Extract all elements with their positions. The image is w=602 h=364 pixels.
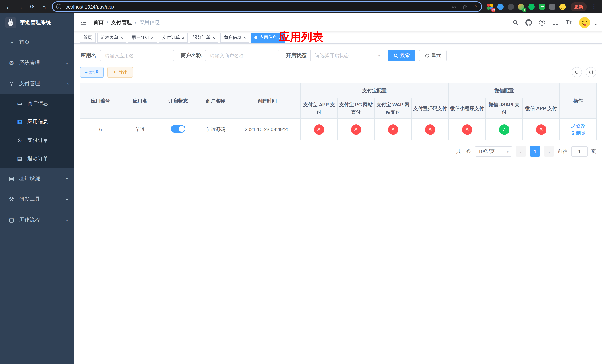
sidebar-item-system[interactable]: ⚙ 系统管理 › bbox=[0, 53, 74, 73]
col-header-action: 操作 bbox=[559, 83, 597, 119]
browser-menu-icon[interactable]: ⋮ bbox=[590, 3, 598, 10]
logo-area[interactable]: 芋道管理系统 bbox=[0, 13, 74, 32]
puzzle-icon bbox=[549, 4, 555, 10]
green-circle-icon bbox=[528, 3, 535, 10]
tab-merchant-info[interactable]: 商户信息 × bbox=[220, 33, 249, 43]
cell-alipay-wap: ✕ bbox=[375, 119, 411, 140]
close-icon[interactable]: × bbox=[279, 35, 281, 40]
tab-payment-order[interactable]: 支付订单 × bbox=[159, 33, 188, 43]
close-icon[interactable]: × bbox=[243, 35, 246, 40]
green-chat-icon bbox=[539, 4, 545, 10]
extension-icon-1[interactable]: 10 bbox=[486, 3, 494, 10]
add-button[interactable]: + 新增 bbox=[80, 67, 104, 78]
sidebar-item-home[interactable]: ◔ 首页 bbox=[0, 32, 74, 53]
breadcrumb-home[interactable]: 首页 bbox=[93, 19, 104, 26]
toggle-search-button[interactable] bbox=[572, 67, 582, 77]
box-icon: ▢ bbox=[8, 217, 15, 223]
page-size-select[interactable]: 10条/页 ▾ bbox=[475, 146, 512, 157]
site-info-icon[interactable]: i bbox=[56, 4, 62, 9]
fullscreen-icon[interactable] bbox=[552, 19, 559, 26]
main-area: 首页 / 支付管理 / 应用信息 ? bbox=[74, 13, 602, 364]
reset-button[interactable]: 重置 bbox=[419, 50, 447, 62]
status-label: 开启状态 bbox=[286, 52, 307, 59]
bankcard-icon: ▭ bbox=[16, 100, 23, 107]
avatar-caret-icon[interactable]: ▾ bbox=[595, 22, 597, 27]
sidebar-item-workflow[interactable]: ▢ 工作流程 › bbox=[0, 210, 74, 230]
dashboard-icon: ◔ bbox=[8, 39, 15, 45]
merchant-name-input[interactable] bbox=[205, 50, 279, 62]
back-icon[interactable]: ← bbox=[4, 2, 13, 11]
close-icon[interactable]: × bbox=[151, 35, 154, 40]
status-select[interactable]: 请选择开启状态 ▾ bbox=[310, 50, 384, 62]
search-button-label: 搜索 bbox=[400, 52, 410, 59]
browser-nav-buttons: ← → ⟳ ⌂ bbox=[4, 2, 49, 11]
payment-submenu: ▭ 商户信息 ▦ 应用信息 ⊙ 支付订单 ▤ 退款订单 bbox=[0, 94, 74, 168]
github-icon[interactable] bbox=[525, 19, 533, 26]
refresh-button[interactable] bbox=[586, 67, 596, 77]
next-page-button[interactable]: › bbox=[544, 146, 554, 157]
close-icon[interactable]: × bbox=[120, 35, 123, 40]
extension-icon-3[interactable] bbox=[507, 3, 514, 10]
breadcrumb-payment[interactable]: 支付管理 bbox=[111, 19, 132, 26]
yen-icon: ¥ bbox=[8, 81, 15, 87]
cell-alipay-qr: ✕ bbox=[411, 119, 449, 140]
status-circle-icon: ✕ bbox=[536, 124, 546, 135]
page-number-button[interactable]: 1 bbox=[530, 146, 540, 157]
extension-icon-6[interactable] bbox=[538, 3, 545, 10]
search-icon[interactable] bbox=[512, 19, 519, 26]
browser-update-button[interactable]: 更新 bbox=[570, 2, 587, 11]
share-icon[interactable] bbox=[462, 3, 469, 10]
cell-merchant: 芋道源码 bbox=[197, 119, 234, 140]
extension-icon-7[interactable] bbox=[549, 3, 556, 10]
sidebar-fold-icon[interactable] bbox=[79, 18, 87, 26]
home-icon[interactable]: ⌂ bbox=[39, 2, 49, 11]
app-name-input[interactable] bbox=[100, 50, 174, 62]
avatar[interactable] bbox=[579, 16, 591, 29]
prev-page-button[interactable]: ‹ bbox=[516, 146, 526, 157]
delete-link-label: 删除 bbox=[576, 129, 586, 136]
reload-icon[interactable]: ⟳ bbox=[27, 2, 37, 11]
address-bar[interactable]: i localhost:1024/pay/app ☆ bbox=[52, 1, 482, 12]
order-icon: ⊙ bbox=[16, 137, 23, 144]
sidebar-item-merchant-info[interactable]: ▭ 商户信息 bbox=[0, 94, 74, 113]
tab-user-group[interactable]: 用户分组 × bbox=[128, 33, 157, 43]
key-icon[interactable] bbox=[450, 3, 458, 10]
extension-icon-2[interactable] bbox=[497, 3, 504, 10]
edit-link[interactable]: 修改 bbox=[571, 123, 586, 129]
navbar: 首页 / 支付管理 / 应用信息 ? bbox=[74, 13, 602, 32]
sidebar-item-app-info[interactable]: ▦ 应用信息 bbox=[0, 113, 74, 131]
close-icon[interactable]: × bbox=[213, 35, 215, 40]
app-table: 应用编号 应用名 开启状态 商户名称 创建时间 支付宝配置 微信配置 操作 支付… bbox=[80, 83, 597, 140]
extension-icon-4[interactable]: 1 bbox=[517, 3, 525, 10]
forward-icon[interactable]: → bbox=[16, 2, 25, 11]
screen: ← → ⟳ ⌂ i localhost:1024/pay/app ☆ 10 bbox=[0, 0, 602, 364]
sidebar: 芋道管理系统 ◔ 首页 ⚙ 系统管理 › ¥ 支付管理 › bbox=[0, 13, 74, 364]
col-header-app-id: 应用编号 bbox=[80, 83, 121, 119]
status-toggle[interactable] bbox=[171, 125, 185, 133]
extension-icon-5[interactable] bbox=[528, 3, 535, 10]
bookmark-star-icon[interactable]: ☆ bbox=[473, 3, 478, 10]
tab-process-form[interactable]: 流程表单 × bbox=[97, 33, 126, 43]
goto-page-input[interactable] bbox=[571, 146, 588, 157]
search-button[interactable]: 搜索 bbox=[388, 50, 415, 62]
tab-refund-order[interactable]: 退款订单 × bbox=[190, 33, 218, 43]
sidebar-item-payment[interactable]: ¥ 支付管理 › bbox=[0, 73, 74, 94]
export-button[interactable]: 导出 bbox=[107, 67, 133, 78]
chevron-down-icon: › bbox=[64, 178, 70, 179]
dark-circle-icon bbox=[508, 3, 514, 10]
sidebar-item-payment-order[interactable]: ⊙ 支付订单 bbox=[0, 131, 74, 150]
sidebar-item-refund-order[interactable]: ▤ 退款订单 bbox=[0, 150, 74, 168]
tab-label: 退款订单 bbox=[193, 34, 211, 41]
delete-link[interactable]: 删除 bbox=[571, 129, 586, 136]
extension-icon-8[interactable] bbox=[559, 3, 566, 10]
sidebar-item-infrastructure[interactable]: ▣ 基础设施 › bbox=[0, 168, 74, 189]
font-size-large-t: T bbox=[566, 20, 570, 25]
sidebar-item-devtools[interactable]: ⚒ 研发工具 › bbox=[0, 189, 74, 210]
tab-home[interactable]: 首页 bbox=[80, 33, 96, 43]
font-size-icon[interactable]: TT bbox=[565, 19, 573, 26]
chevron-down-icon: › bbox=[64, 198, 70, 200]
app-title: 芋道管理系统 bbox=[20, 19, 51, 26]
tab-app-info[interactable]: 应用信息 × bbox=[251, 33, 285, 43]
close-icon[interactable]: × bbox=[182, 35, 184, 40]
help-icon[interactable]: ? bbox=[538, 19, 546, 26]
